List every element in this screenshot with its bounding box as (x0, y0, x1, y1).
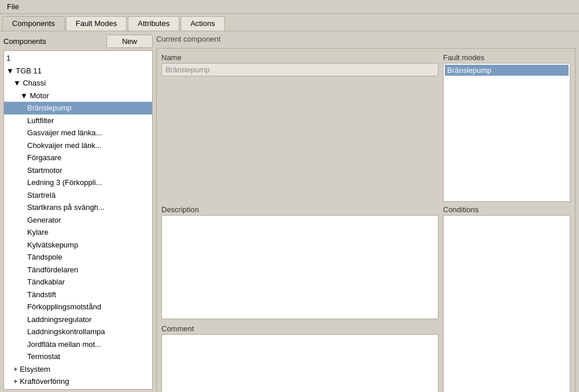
left-header: Components New (3, 35, 153, 48)
tree-container[interactable]: 1▼ TGB 11▼ Chassi▼ Motor Bränslepump Luf… (3, 50, 153, 390)
fault-mode-item[interactable]: Bränslepump (445, 65, 569, 76)
tree-item-tandfördelare[interactable]: Tändfördelaren (4, 264, 152, 276)
tree-item-laddningsregulator[interactable]: Laddningsregulator (4, 313, 152, 326)
tree-item-branslepump[interactable]: Bränslepump (4, 102, 152, 114)
tree-item-bromssystem[interactable]: + Bromssystem (4, 388, 152, 390)
tree-item-motor[interactable]: ▼ Motor (4, 90, 152, 102)
desc-comment-col: Description Comment (161, 205, 438, 392)
comment-label: Comment (161, 324, 438, 333)
conditions-list[interactable] (443, 215, 570, 392)
fault-modes-section: Fault modes Bränslepump (443, 53, 570, 202)
description-label: Description (161, 205, 438, 214)
tree-item-kylare[interactable]: Kylare (4, 226, 152, 239)
name-label: Name (161, 53, 438, 62)
fault-modes-list[interactable]: Bränslepump (443, 63, 570, 202)
tree-item-tandstift[interactable]: Tändstift (4, 289, 152, 301)
description-textarea[interactable] (161, 215, 438, 319)
tree-item-ledning3[interactable]: Ledning 3 (Förkoppli... (4, 176, 152, 189)
tree-item-startkrans[interactable]: Startkrans på svängh... (4, 201, 152, 214)
tree-item-tgb11[interactable]: ▼ TGB 11 (4, 65, 152, 77)
tree-item-elsystem[interactable]: + Elsystem (4, 363, 152, 376)
tree-item-jordfläta[interactable]: Jordfläta mellan mot... (4, 338, 152, 351)
main-container: Components New 1▼ TGB 11▼ Chassi▼ Motor … (0, 31, 579, 392)
file-menu[interactable]: File (3, 1, 23, 12)
comment-textarea[interactable] (161, 334, 438, 392)
name-section: Name (161, 53, 438, 76)
tree-item-gasvaijer[interactable]: Gasvaijer med länka... (4, 127, 152, 139)
current-component-box: Name Fault modes Bränslepump Description (156, 48, 576, 392)
right-col: Conditions (443, 205, 570, 392)
tab-actions[interactable]: Actions (180, 16, 225, 31)
left-panel: Components New 1▼ TGB 11▼ Chassi▼ Motor … (3, 35, 153, 390)
top-row: Name Fault modes Bränslepump (161, 53, 570, 202)
tree-item-startmotor[interactable]: Startmotor (4, 164, 152, 177)
menubar: File (0, 0, 579, 14)
fault-modes-label: Fault modes (443, 53, 570, 62)
tab-attributes[interactable]: Attributes (128, 16, 179, 31)
conditions-label: Conditions (443, 205, 570, 214)
comment-block: Comment (161, 324, 438, 392)
tree-item-num[interactable]: 1 (4, 52, 152, 65)
tree-item-forgasare[interactable]: Förgasare (4, 151, 152, 164)
conditions-section: Conditions (443, 205, 570, 392)
tree-item-luftfilter[interactable]: Luftfilter (4, 114, 152, 127)
tab-components[interactable]: Components (2, 16, 65, 31)
tree-item-tandspole[interactable]: Tändspole (4, 251, 152, 264)
section-title: Current component (156, 35, 576, 43)
tree-item-förkopplingsmotstnd[interactable]: Förkopplingsmotstånd (4, 301, 152, 313)
desc-block: Description (161, 205, 438, 321)
tree-item-kylvatskepump[interactable]: Kylvätskepump (4, 239, 152, 252)
tree-item-chokvaijer[interactable]: Chokvaijer med länk... (4, 139, 152, 152)
tree-item-laddningskontrollampa[interactable]: Laddningskontrollampa (4, 326, 152, 338)
tab-fault-modes[interactable]: Fault Modes (66, 16, 127, 31)
right-panel: Current component Name Fault modes Bräns… (156, 35, 576, 390)
tree-item-startrela[interactable]: Startrelä (4, 189, 152, 202)
name-input[interactable] (161, 63, 438, 76)
tree-item-kraftoverforing[interactable]: + Kraftöverföring (4, 375, 152, 388)
middle-row: Description Comment Conditions (161, 205, 570, 392)
tree-item-generator[interactable]: Generator (4, 214, 152, 227)
components-label: Components (3, 37, 46, 46)
tree-item-termostat[interactable]: Termostat (4, 350, 152, 363)
new-button[interactable]: New (106, 35, 153, 48)
tree-item-chassi[interactable]: ▼ Chassi (4, 77, 152, 90)
tabbar: Components Fault Modes Attributes Action… (0, 14, 579, 31)
tree-item-tandkablar[interactable]: Tändkablar (4, 276, 152, 289)
